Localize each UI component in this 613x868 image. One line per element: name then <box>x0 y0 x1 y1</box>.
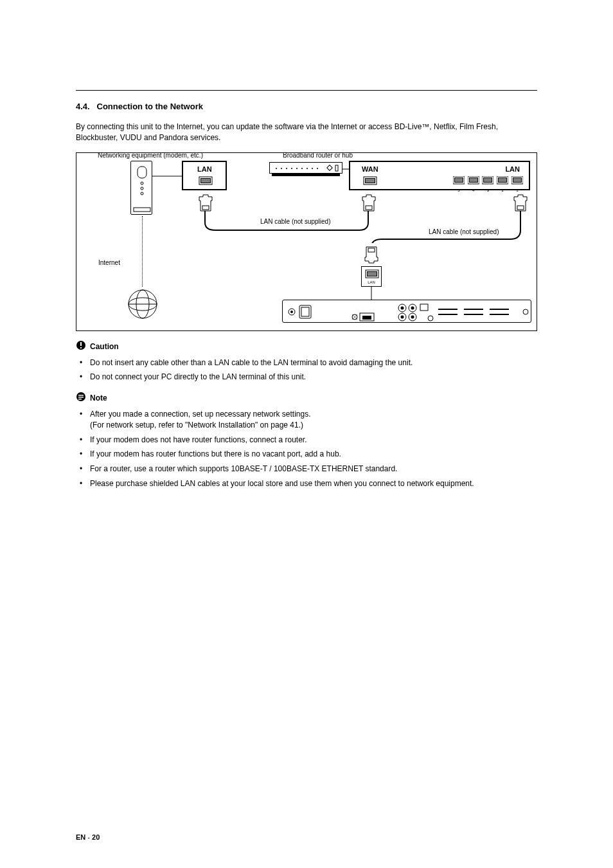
svg-rect-97 <box>301 307 309 316</box>
list-item: Please purchase shielded LAN cables at y… <box>76 478 537 489</box>
note-icon <box>76 392 86 405</box>
svg-rect-83 <box>368 248 375 252</box>
svg-rect-126 <box>78 399 82 400</box>
svg-rect-80 <box>202 206 209 210</box>
svg-rect-28 <box>327 165 332 170</box>
svg-point-104 <box>401 306 404 309</box>
svg-rect-82 <box>517 206 524 210</box>
svg-point-25 <box>306 168 308 169</box>
ethernet-port-icon: 5 <box>453 176 465 188</box>
svg-rect-0 <box>138 167 147 178</box>
list-item: After you made a connection, set up nece… <box>76 409 537 431</box>
list-item: Do not connect your PC directly to the L… <box>76 372 537 383</box>
rj45-plug-icon <box>199 194 213 212</box>
svg-point-23 <box>296 168 298 169</box>
ethernet-port-icon: 1 <box>511 176 523 188</box>
note-list: After you made a connection, set up nece… <box>76 409 537 489</box>
svg-rect-81 <box>366 206 372 210</box>
caution-heading: Caution <box>90 341 119 352</box>
network-diagram: Internet LAN WAN LAN 5 4 <box>76 152 537 331</box>
note-subline: (For network setup, refer to "Network In… <box>90 420 303 429</box>
svg-point-108 <box>401 315 404 318</box>
dotted-line <box>142 216 143 287</box>
router-lan-label: LAN <box>505 165 520 174</box>
list-item: If your modem has router functions but t… <box>76 449 537 460</box>
section-title: 4.4. Connection to the Network <box>76 101 537 113</box>
svg-point-20 <box>281 168 282 169</box>
caution-icon <box>76 340 86 354</box>
rj45-plug-icon <box>364 246 378 264</box>
unit-lan-port-box: LAN <box>361 266 382 287</box>
ethernet-port-icon <box>363 176 377 190</box>
list-item: If your modem does not have router funct… <box>76 435 537 446</box>
svg-point-2 <box>141 187 143 190</box>
list-item: For a router, use a router which support… <box>76 464 537 475</box>
rj45-plug-icon <box>513 194 528 212</box>
svg-point-26 <box>312 168 313 169</box>
svg-point-24 <box>301 168 303 169</box>
svg-point-119 <box>428 316 433 321</box>
callout-line <box>371 287 372 300</box>
cable-line <box>369 211 527 243</box>
unit-rear-panel <box>282 300 531 323</box>
lan-cable-label-1: LAN cable (not supplied) <box>260 217 331 226</box>
svg-rect-125 <box>78 397 84 398</box>
section-number: 4.4. <box>76 102 90 111</box>
ethernet-port-icon: 4 <box>468 176 479 188</box>
svg-rect-122 <box>80 347 82 348</box>
unit-lan-label: LAN <box>362 280 381 285</box>
svg-rect-124 <box>78 395 84 396</box>
section-heading: Connection to the Network <box>97 102 203 111</box>
svg-point-106 <box>411 306 414 309</box>
modem-lan-label: LAN <box>197 165 212 174</box>
svg-point-95 <box>290 311 293 313</box>
modem-lan-port-box: LAN <box>182 161 227 190</box>
list-item: Do not insert any cable other than a LAN… <box>76 357 537 368</box>
ethernet-port-icon: 2 <box>497 176 508 188</box>
internet-label: Internet <box>98 258 120 267</box>
svg-rect-99 <box>362 316 371 320</box>
svg-point-27 <box>317 168 318 169</box>
globe-icon <box>127 288 159 320</box>
svg-point-3 <box>141 192 143 195</box>
svg-point-110 <box>411 315 414 318</box>
ethernet-port-icon: 3 <box>482 176 493 188</box>
rj45-plug-icon <box>362 194 376 212</box>
svg-point-22 <box>291 168 292 169</box>
modem-icon <box>131 161 153 215</box>
router-base <box>272 174 340 176</box>
router-hub-icon <box>269 162 342 174</box>
router-port-box: WAN LAN 5 4 3 2 1 <box>349 161 530 190</box>
svg-point-21 <box>286 168 287 169</box>
lan-port-row: 5 4 3 2 1 <box>452 176 524 188</box>
svg-rect-121 <box>80 342 82 346</box>
callout-line <box>342 166 350 172</box>
svg-point-19 <box>276 168 277 169</box>
caution-list: Do not insert any cable other than a LAN… <box>76 357 537 383</box>
svg-rect-4 <box>134 208 150 212</box>
svg-rect-29 <box>335 165 338 171</box>
svg-point-1 <box>141 182 143 185</box>
ethernet-port-icon <box>199 176 213 190</box>
callout-line <box>152 172 182 185</box>
modem-device <box>130 161 152 215</box>
wan-label: WAN <box>362 165 378 174</box>
note-heading: Note <box>90 393 107 404</box>
lan-cable-label-2: LAN cable (not supplied) <box>429 228 499 237</box>
svg-point-118 <box>523 309 528 314</box>
intro-paragraph: By connecting this unit to the Internet,… <box>76 122 537 143</box>
svg-rect-111 <box>420 304 428 311</box>
